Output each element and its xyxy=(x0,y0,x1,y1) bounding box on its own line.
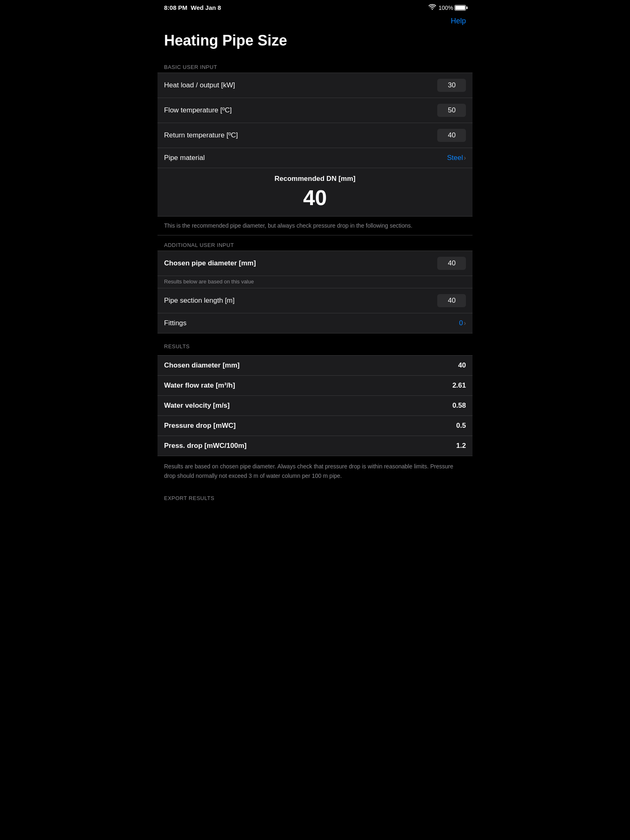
status-bar: 8:08 PM Wed Jan 8 100% xyxy=(158,0,472,14)
return-temp-row: Return temperature [ºC] xyxy=(158,123,472,148)
basic-input-section-label: BASIC USER INPUT xyxy=(158,61,472,73)
chosen-diameter-row: Chosen pipe diameter [mm] xyxy=(158,251,472,276)
pipe-material-chevron: › xyxy=(464,154,466,162)
recommended-info: This is the recommended pipe diameter, b… xyxy=(158,217,472,235)
flow-temp-label: Flow temperature [ºC] xyxy=(164,106,437,114)
heat-load-label: Heat load / output [kW] xyxy=(164,81,437,89)
results-footer-note: Results are based on chosen pipe diamete… xyxy=(158,456,472,486)
battery-icon xyxy=(454,5,466,11)
result-pressure-per-100m-value: 1.2 xyxy=(456,442,466,450)
pipe-length-input[interactable] xyxy=(437,294,466,307)
heat-load-input[interactable] xyxy=(437,79,466,92)
result-chosen-diameter-value: 40 xyxy=(458,361,466,370)
pipe-material-selector[interactable]: Steel › xyxy=(447,154,466,162)
additional-input-section-label: ADDITIONAL USER INPUT xyxy=(158,239,472,251)
result-flow-rate-value: 2.61 xyxy=(452,381,466,390)
result-pressure-per-100m-row: Press. drop [mWC/100m] 1.2 xyxy=(158,436,472,456)
result-chosen-diameter-row: Chosen diameter [mm] 40 xyxy=(158,356,472,376)
export-section: EXPORT RESULTS xyxy=(158,489,472,505)
return-temp-input[interactable] xyxy=(437,129,466,142)
battery-indicator: 100% xyxy=(438,5,466,11)
status-right: 100% xyxy=(429,4,466,11)
flow-temp-input[interactable] xyxy=(437,104,466,117)
results-based-label: Results below are based on this value xyxy=(158,276,472,288)
pipe-material-label: Pipe material xyxy=(164,154,447,162)
results-section: Chosen diameter [mm] 40 Water flow rate … xyxy=(158,355,472,456)
export-label: EXPORT RESULTS xyxy=(164,495,215,501)
fittings-row[interactable]: Fittings 0 › xyxy=(158,313,472,333)
result-pressure-drop-label: Pressure drop [mWC] xyxy=(164,422,456,430)
fittings-chevron: › xyxy=(464,320,466,327)
pipe-material-row[interactable]: Pipe material Steel › xyxy=(158,148,472,168)
result-velocity-label: Water velocity [m/s] xyxy=(164,402,452,410)
flow-temp-row: Flow temperature [ºC] xyxy=(158,98,472,123)
results-section-label: RESULTS xyxy=(158,340,472,352)
recommended-dn-label: Recommended DN [mm] xyxy=(164,175,466,183)
pipe-length-label: Pipe section length [m] xyxy=(164,297,437,305)
return-temp-label: Return temperature [ºC] xyxy=(164,131,437,139)
result-velocity-value: 0.58 xyxy=(452,402,466,410)
result-chosen-diameter-label: Chosen diameter [mm] xyxy=(164,361,458,370)
basic-input-section: Heat load / output [kW] Flow temperature… xyxy=(158,73,472,168)
heat-load-row: Heat load / output [kW] xyxy=(158,73,472,98)
wifi-icon xyxy=(429,4,436,11)
result-flow-rate-label: Water flow rate [m³/h] xyxy=(164,381,452,390)
result-velocity-row: Water velocity [m/s] 0.58 xyxy=(158,396,472,416)
chosen-diameter-label: Chosen pipe diameter [mm] xyxy=(164,259,437,267)
result-flow-rate-row: Water flow rate [m³/h] 2.61 xyxy=(158,376,472,396)
fittings-selector[interactable]: 0 › xyxy=(459,319,466,327)
result-pressure-drop-row: Pressure drop [mWC] 0.5 xyxy=(158,416,472,436)
result-pressure-per-100m-label: Press. drop [mWC/100m] xyxy=(164,442,456,450)
help-button[interactable]: Help xyxy=(451,17,466,25)
status-time: 8:08 PM Wed Jan 8 xyxy=(164,4,221,11)
additional-input-section: Chosen pipe diameter [mm] Results below … xyxy=(158,251,472,333)
recommended-dn-section: Recommended DN [mm] 40 xyxy=(158,168,472,217)
fittings-label: Fittings xyxy=(164,319,459,327)
recommended-dn-value: 40 xyxy=(164,186,466,210)
help-container: Help xyxy=(158,14,472,27)
pipe-length-row: Pipe section length [m] xyxy=(158,288,472,313)
chosen-diameter-input[interactable] xyxy=(437,257,466,270)
page-title: Heating Pipe Size xyxy=(158,27,472,57)
result-pressure-drop-value: 0.5 xyxy=(456,422,466,430)
